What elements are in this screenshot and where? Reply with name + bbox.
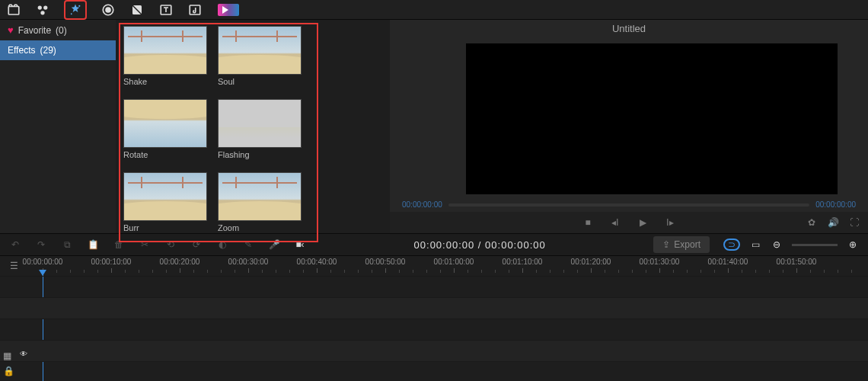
music-tab-icon[interactable] [187, 2, 203, 18]
preview-canvas[interactable] [466, 43, 838, 194]
effect-thumbnail [218, 99, 302, 148]
export-label: Export [674, 239, 700, 250]
heart-icon: ♥ [8, 24, 14, 36]
svg-point-2 [43, 5, 47, 9]
effect-thumbnail [123, 99, 207, 148]
preview-scrubber[interactable]: 00:00:00:00 00:00:00:00 [390, 197, 868, 212]
preview-time-end: 00:00:00:00 [815, 200, 856, 209]
effects-count: (29) [40, 45, 56, 56]
ruler-label: 00:01:30:00 [640, 258, 680, 266]
zoom-out-icon[interactable]: ⊖ [771, 239, 783, 251]
stop-icon[interactable]: ■ [582, 216, 594, 229]
effects-label: Effects [8, 45, 35, 56]
favorite-count: (0) [56, 25, 67, 36]
upload-icon: ⇪ [662, 239, 670, 250]
redo-icon[interactable]: ↷ [35, 239, 47, 251]
ruler-label: 00:01:50:00 [777, 258, 817, 266]
filters-tab-icon[interactable] [129, 2, 145, 18]
effect-label: Shake [123, 77, 210, 86]
timeline-ruler[interactable]: 00:00:00:0000:00:10:0000:00:20:0000:00:3… [27, 256, 868, 276]
scrub-track[interactable] [448, 203, 809, 207]
project-title: Untitled [390, 20, 868, 37]
preview-panel: Untitled 00:00:00:00 00:00:00:00 ■ ◂Ⅰ ▶ … [390, 20, 868, 233]
effect-flashing[interactable]: Flashing [218, 99, 305, 168]
fit-icon[interactable]: ▭ [749, 239, 761, 251]
effect-label: Flashing [218, 150, 305, 159]
copy-icon[interactable]: ⧉ [61, 239, 73, 251]
ruler-label: 00:00:50:00 [365, 258, 406, 266]
effect-shake[interactable]: Shake [123, 26, 210, 94]
preview-controls: ■ ◂Ⅰ ▶ Ⅰ▸ ✿ 🔊 ⛶ [390, 212, 868, 233]
svg-point-4 [78, 5, 80, 6]
ruler-label: 00:00:00:00 [23, 258, 63, 266]
effect-burr[interactable]: Burr [123, 172, 210, 241]
effect-soul[interactable]: Soul [218, 26, 305, 94]
fullscreen-icon[interactable]: ⛶ [848, 216, 860, 229]
effect-label: Soul [218, 77, 305, 86]
svg-point-5 [71, 13, 72, 14]
zoom-in-icon[interactable]: ⊕ [847, 239, 859, 251]
next-frame-icon[interactable]: Ⅰ▸ [664, 216, 676, 229]
sidebar-item-effects[interactable]: Effects (29) [0, 40, 116, 60]
svg-rect-0 [8, 6, 19, 14]
export-tab-icon[interactable] [216, 2, 241, 18]
track-area[interactable] [0, 276, 868, 381]
transitions-tab-icon[interactable] [101, 2, 116, 18]
audio-tab-icon[interactable] [35, 2, 50, 18]
favorite-label: Favorite [18, 25, 51, 36]
ruler-label: 00:00:30:00 [228, 258, 269, 266]
effect-label: Zoom [218, 223, 305, 232]
effect-thumbnail [218, 26, 302, 75]
text-tab-icon[interactable] [158, 2, 174, 18]
track-lock-icon[interactable]: 🔒 [3, 366, 14, 376]
ruler-label: 00:00:40:00 [297, 258, 337, 266]
paste-icon[interactable]: 📋 [87, 239, 99, 251]
ruler-label: 00:01:40:00 [708, 258, 748, 266]
ruler-label: 00:00:20:00 [160, 258, 200, 266]
effect-thumbnail [218, 172, 302, 221]
prev-frame-icon[interactable]: ◂Ⅰ [609, 216, 621, 229]
volume-icon[interactable]: 🔊 [827, 216, 839, 229]
effect-rotate[interactable]: Rotate [123, 99, 210, 168]
effect-label: Rotate [123, 150, 210, 159]
effect-zoom[interactable]: Zoom [218, 172, 305, 241]
ruler-label: 00:00:10:00 [91, 258, 132, 266]
ruler-label: 00:01:00:00 [434, 258, 474, 266]
timeline: ☰ 00:00:00:0000:00:10:0000:00:20:0000:00… [0, 256, 868, 381]
svg-point-3 [40, 11, 44, 14]
svg-point-1 [38, 5, 42, 9]
media-tab-icon[interactable] [6, 2, 21, 18]
track-video-icon[interactable]: ▦ [3, 351, 14, 361]
sidebar-item-favorite[interactable]: ♥ Favorite (0) [0, 20, 116, 40]
effect-label: Burr [123, 223, 210, 232]
visibility-icon[interactable]: 👁 [20, 350, 27, 358]
ruler-label: 00:01:20:00 [571, 258, 611, 266]
preview-time-start: 00:00:00:00 [402, 200, 442, 209]
settings-icon[interactable]: ✿ [806, 216, 818, 229]
effect-thumbnail [123, 26, 207, 75]
play-icon[interactable]: ▶ [637, 216, 649, 229]
category-sidebar: ♥ Favorite (0) Effects (29) [0, 20, 116, 233]
effect-thumbnail [123, 172, 207, 221]
zoom-slider[interactable] [792, 244, 838, 246]
ruler-label: 00:01:10:00 [503, 258, 543, 266]
export-button[interactable]: ⇪ Export [653, 236, 710, 253]
loop-icon[interactable]: ⊃ [723, 239, 740, 251]
effects-panel: Shake Soul Rotate Flashing Burr Zoom [116, 20, 390, 233]
effects-tab-icon[interactable] [64, 0, 87, 20]
undo-icon[interactable]: ↶ [9, 239, 21, 251]
top-toolbar [0, 0, 868, 20]
